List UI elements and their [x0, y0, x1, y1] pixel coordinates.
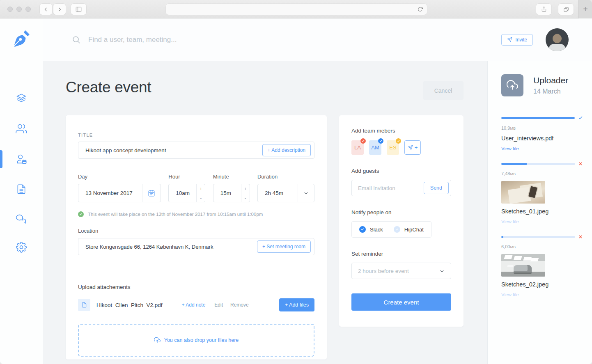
file-name: Sketches_02.jpeg: [501, 281, 583, 288]
back-button[interactable]: [40, 4, 52, 15]
traffic-lights[interactable]: [7, 7, 31, 12]
location-input[interactable]: [78, 244, 257, 250]
member-status-badge: [396, 138, 401, 144]
invite-button[interactable]: Invite: [501, 34, 533, 46]
reload-icon[interactable]: [418, 7, 423, 12]
search-input[interactable]: [88, 36, 501, 44]
add-member-button[interactable]: +: [404, 140, 421, 155]
upload-complete-icon: [578, 115, 583, 120]
member-status-badge: [360, 138, 366, 144]
notify-option-slack[interactable]: Slack: [359, 226, 383, 233]
event-form-card: TITLE + Add description Day 13 November …: [66, 115, 327, 359]
title-field[interactable]: + Add description: [78, 142, 314, 159]
guest-email-field[interactable]: Send: [351, 180, 451, 196]
file-icon: [78, 299, 90, 311]
sidebar-item-meetings[interactable]: [16, 153, 27, 165]
uploader-date: 14 March: [533, 88, 568, 95]
notify-option-label: HipChat: [404, 227, 424, 233]
address-bar[interactable]: [166, 4, 427, 15]
remove-attachment-button[interactable]: Remove: [230, 302, 249, 308]
zoom-window-icon[interactable]: [25, 7, 31, 12]
document-icon: [16, 184, 27, 195]
cloud-upload-icon: [507, 80, 518, 91]
reminder-label: Set reminder: [351, 251, 451, 257]
paper-plane-icon: [408, 145, 413, 150]
share-icon: [541, 6, 547, 12]
duration-dropdown-button[interactable]: [298, 184, 314, 202]
reminder-value: 2 hours before event: [352, 263, 433, 279]
cancel-upload-icon[interactable]: [578, 162, 583, 166]
share-button[interactable]: [536, 4, 551, 15]
reminder-dropdown-button[interactable]: [433, 263, 451, 279]
add-files-button[interactable]: + Add files: [279, 298, 314, 311]
uploader-panel: Uploader 14 March 10,9M: [487, 61, 592, 364]
member-chip[interactable]: LA: [351, 140, 364, 155]
view-file-link[interactable]: View file: [501, 292, 583, 297]
thumbnail-image: [501, 181, 545, 204]
user-avatar[interactable]: [546, 28, 569, 51]
minimize-window-icon[interactable]: [16, 7, 22, 12]
uploader-title: Uploader: [533, 76, 568, 85]
add-description-button[interactable]: + Add description: [262, 144, 311, 156]
sidebar-icon: [76, 7, 82, 12]
sidebar-item-projects[interactable]: [16, 93, 27, 104]
browser-window: +: [0, 0, 592, 364]
member-chip[interactable]: AM: [369, 140, 381, 155]
attachment-row: Hikoot_Clien_Pitch_V2.pdf + Add note Edi…: [78, 298, 314, 311]
member-chip[interactable]: ES: [387, 140, 399, 155]
minute-stepper[interactable]: 15m + -: [213, 184, 250, 202]
sidebar-item-settings[interactable]: [16, 242, 27, 253]
notify-options: Slack HipChat: [351, 221, 431, 238]
set-meeting-room-button[interactable]: + Set meeting room: [257, 240, 311, 253]
global-search[interactable]: [72, 35, 501, 44]
person-calendar-icon: [16, 153, 27, 165]
view-file-link[interactable]: View file: [501, 146, 583, 151]
sidebar-toggle-button[interactable]: [71, 4, 86, 15]
edit-attachment-button[interactable]: Edit: [214, 302, 223, 308]
progress-bar: [501, 236, 575, 238]
location-label: Location: [78, 228, 314, 234]
app-header: Invite: [43, 18, 592, 61]
plus-icon: +: [415, 144, 418, 151]
cancel-button[interactable]: Cancel: [423, 81, 464, 100]
sidebar-item-documents[interactable]: [16, 184, 27, 195]
cancel-upload-icon[interactable]: [578, 235, 583, 239]
hour-increment-button[interactable]: +: [197, 184, 205, 193]
sidebar-item-teams[interactable]: [16, 123, 27, 135]
minute-increment-button[interactable]: +: [241, 184, 250, 193]
title-input[interactable]: [78, 147, 262, 153]
new-tab-button[interactable]: +: [578, 0, 592, 18]
hour-stepper[interactable]: 10am + -: [168, 184, 205, 202]
progress-bar: [501, 163, 575, 165]
chevron-down-icon: [303, 190, 309, 196]
check-circle-icon: [78, 211, 84, 217]
file-dropzone[interactable]: You can also drop your files here: [78, 324, 314, 357]
hour-value: 10am: [169, 184, 196, 202]
view-file-link[interactable]: View file: [501, 219, 583, 224]
day-picker[interactable]: 13 November 2017: [78, 184, 161, 202]
calendar-button[interactable]: [142, 184, 161, 202]
progress-bar: [501, 117, 575, 119]
page-title: Create event: [66, 79, 151, 96]
sidebar-item-chat[interactable]: [16, 213, 27, 224]
reminder-select[interactable]: 2 hours before event: [351, 263, 451, 279]
duration-select[interactable]: 2h 45m: [257, 184, 314, 202]
forward-button[interactable]: [53, 4, 66, 15]
file-name: Sketches_01.jpeg: [501, 208, 583, 215]
layers-icon: [16, 93, 27, 104]
add-note-button[interactable]: + Add note: [182, 302, 206, 308]
url-input[interactable]: [166, 6, 418, 12]
notify-option-hipchat[interactable]: HipChat: [394, 226, 424, 233]
tab-overview-button[interactable]: [558, 4, 574, 15]
guest-email-input[interactable]: [352, 185, 424, 191]
close-window-icon[interactable]: [7, 7, 13, 12]
attachment-filename: Hikoot_Clien_Pitch_V2.pdf: [96, 302, 163, 308]
hour-decrement-button[interactable]: -: [197, 193, 205, 202]
send-invitation-button[interactable]: Send: [424, 182, 449, 194]
active-nav-indicator: [0, 150, 2, 168]
browser-chrome: +: [0, 0, 592, 18]
minute-decrement-button[interactable]: -: [241, 193, 250, 202]
location-field[interactable]: + Set meeting room: [78, 238, 314, 255]
app-logo[interactable]: [12, 29, 31, 50]
create-event-button[interactable]: Create event: [351, 293, 451, 311]
